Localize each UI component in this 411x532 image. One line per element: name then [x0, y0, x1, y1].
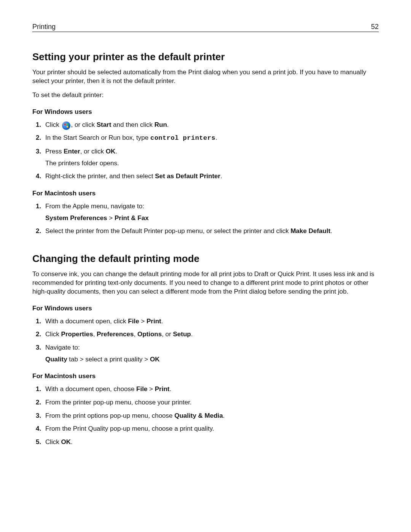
list-item: Click , or click Start and then click Ru… [43, 120, 379, 130]
mac-steps-list-2: With a document open, choose File > Prin… [32, 385, 379, 447]
step-text: , [93, 331, 97, 338]
list-item: Navigate to: Quality tab > select a prin… [43, 343, 379, 364]
step-text: , or [162, 331, 173, 338]
step-text: Click [45, 331, 61, 338]
intro-paragraph: To conserve ink, you can change the defa… [32, 270, 379, 296]
code-control-printers: control printers [150, 134, 215, 142]
step-note: The printers folder opens. [45, 159, 379, 168]
step-text: Click [45, 121, 61, 128]
step-text: . [220, 173, 222, 180]
path-sep: > [139, 318, 147, 325]
kw-quality: Quality [45, 356, 67, 363]
running-header: Printing 52 [32, 23, 379, 32]
windows-start-orb-icon [62, 121, 70, 130]
step-text: , [134, 331, 137, 338]
mac-steps-list: From the Apple menu, navigate to: System… [32, 202, 379, 236]
step-text: . [167, 121, 169, 128]
kw-ok: OK [61, 438, 71, 446]
list-item: Right-click the printer, and then select… [43, 172, 379, 181]
kw-system-preferences: System Preferences [45, 214, 107, 222]
kw-make-default: Make Default [290, 227, 330, 235]
kw-file: File [128, 318, 139, 325]
step-text: Navigate to: [45, 344, 80, 351]
step-text: . [115, 148, 117, 155]
section-title-default-printer: Setting your printer as the default prin… [32, 51, 379, 63]
step-text: and then click [111, 121, 154, 128]
kw-run: Run [155, 121, 167, 128]
kw-file: File [136, 385, 147, 393]
list-item: With a document open, choose File > Prin… [43, 385, 379, 394]
list-item: With a document open, click File > Print… [43, 317, 379, 326]
menu-path: Quality tab > select a print quality > O… [45, 355, 379, 364]
kw-set-as-default: Set as Default Printer [155, 173, 220, 180]
step-text: With a document open, click [45, 318, 128, 325]
step-text: From the print options pop-up menu, choo… [45, 412, 174, 419]
windows-steps-list-2: With a document open, click File > Print… [32, 317, 379, 364]
subheading-macintosh-users: For Macintosh users [32, 190, 379, 197]
kw-setup: Setup [173, 331, 191, 338]
lead-paragraph: To set the default printer: [32, 91, 379, 100]
step-text: Click [45, 438, 61, 446]
list-item: Click OK. [43, 438, 379, 447]
kw-preferences: Preferences [97, 331, 134, 338]
step-text: From the Apple menu, navigate to: [45, 203, 144, 210]
kw-enter: Enter [64, 148, 80, 155]
step-text: With a document open, choose [45, 385, 136, 393]
step-text: . [161, 318, 163, 325]
section-title-default-mode: Changing the default printing mode [32, 253, 379, 265]
kw-print: Print [155, 385, 170, 393]
step-text: Select the printer from the Default Prin… [45, 227, 290, 235]
kw-ok: OK [106, 148, 116, 155]
step-text: . [223, 412, 225, 419]
step-text: . [191, 331, 193, 338]
step-text: , or click [71, 121, 97, 128]
subheading-windows-users: For Windows users [32, 108, 379, 116]
kw-start: Start [97, 121, 112, 128]
kw-ok: OK [150, 356, 160, 363]
path-sep: > [107, 214, 115, 222]
list-item: Press Enter, or click OK. The printers f… [43, 147, 379, 168]
list-item: Select the printer from the Default Prin… [43, 227, 379, 236]
kw-print: Print [147, 318, 161, 325]
header-page-number: 52 [371, 23, 379, 31]
step-text: , or click [80, 148, 106, 155]
subheading-macintosh-users: For Macintosh users [32, 372, 379, 380]
step-text: . [71, 438, 73, 446]
windows-steps-list: Click , or click Start and then click Ru… [32, 120, 379, 181]
intro-paragraph: Your printer should be selected automati… [32, 68, 379, 86]
path-tail: tab > select a print quality > [67, 356, 150, 363]
list-item: From the printer pop-up menu, choose you… [43, 398, 379, 407]
menu-path: System Preferences > Print & Fax [45, 214, 379, 223]
list-item: In the Start Search or Run box, type con… [43, 133, 379, 143]
step-text: . [170, 385, 172, 393]
kw-options: Options [137, 331, 162, 338]
kw-properties: Properties [61, 331, 93, 338]
kw-quality-media: Quality & Media [174, 412, 223, 419]
step-text: In the Start Search or Run box, type [45, 134, 150, 141]
list-item: Click Properties, Preferences, Options, … [43, 330, 379, 339]
list-item: From the Print Quality pop-up menu, choo… [43, 424, 379, 434]
step-text: . [330, 227, 332, 235]
list-item: From the print options pop-up menu, choo… [43, 411, 379, 421]
step-text: Press [45, 148, 64, 155]
subheading-windows-users: For Windows users [32, 305, 379, 312]
list-item: From the Apple menu, navigate to: System… [43, 202, 379, 223]
step-text: . [215, 134, 217, 141]
kw-print-and-fax: Print & Fax [115, 214, 149, 222]
step-text: Right-click the printer, and then select [45, 173, 155, 180]
header-section: Printing [32, 23, 56, 31]
path-sep: > [147, 385, 155, 393]
